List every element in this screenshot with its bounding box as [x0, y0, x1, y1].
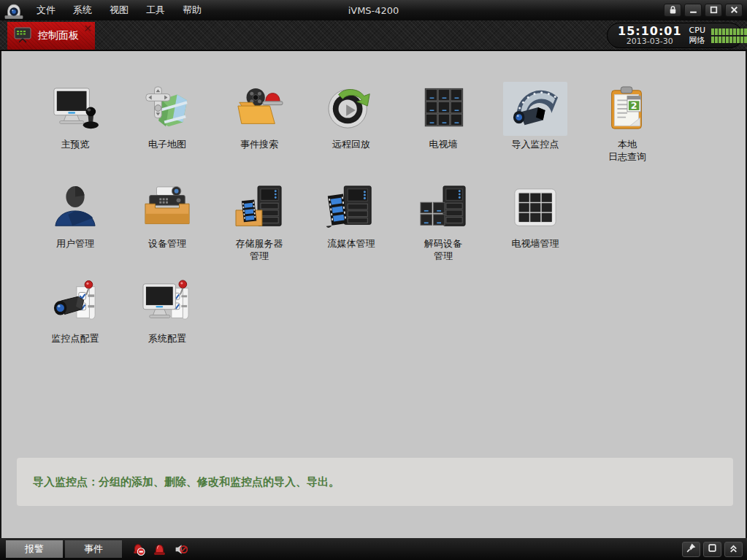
panel-item-label: 导入监控点: [512, 138, 559, 150]
panel-item-tv-wall-management[interactable]: 电视墙管理: [489, 181, 581, 262]
panel-item-label: 本地日志查询: [608, 138, 646, 163]
tab-close-icon[interactable]: ✕: [83, 23, 92, 34]
menu-item-system[interactable]: 系统: [64, 0, 101, 20]
pin-icon: [686, 542, 697, 556]
user-icon: [43, 181, 107, 235]
maximize-icon: [709, 4, 719, 18]
collapse-icon: [728, 542, 739, 556]
panel-item-local-log-search[interactable]: 2本地日志查询: [581, 82, 673, 163]
panel-item-system-configuration[interactable]: 系统配置: [121, 276, 213, 345]
lock-button[interactable]: [664, 4, 681, 17]
dome-camera-icon: [0, 0, 28, 20]
menu-item-view[interactable]: 视图: [101, 0, 137, 20]
siren-icon[interactable]: [152, 542, 166, 556]
panel-item-import-camera[interactable]: 导入监控点: [489, 82, 581, 163]
restore-panel-button[interactable]: [703, 542, 721, 557]
close-icon: [729, 4, 739, 18]
playback-icon: [319, 82, 383, 136]
map-ptz-icon: [135, 82, 199, 136]
menu-bar: 文件系统视图工具帮助: [28, 0, 210, 20]
panel-item-storage-server-management[interactable]: 存储服务器管理: [213, 181, 305, 262]
menu-item-file[interactable]: 文件: [28, 0, 64, 20]
system-config-icon: [135, 276, 199, 330]
panel-item-label: 设备管理: [148, 237, 186, 250]
panel-item-tv-wall[interactable]: 电视墙: [397, 82, 489, 163]
server-film-icon: [319, 181, 383, 235]
panel-item-label: 用户管理: [56, 237, 94, 250]
drawer-device-icon: [135, 181, 199, 235]
close-button[interactable]: [725, 4, 743, 17]
wall-manage-icon: [503, 181, 567, 235]
panel-icon: [707, 542, 718, 556]
icon-row-2: 用户管理设备管理存储服务器管理流媒体管理解码设备管理电视墙管理: [29, 181, 581, 262]
panel-item-label: 主预览: [61, 138, 90, 150]
panel-item-label: 电视墙管理: [512, 237, 559, 250]
menu-item-help[interactable]: 帮助: [174, 0, 210, 20]
panel-item-event-search[interactable]: 事件搜索: [213, 82, 305, 163]
minimize-icon: [689, 4, 698, 18]
panel-item-label: 解码设备管理: [424, 237, 462, 262]
panel-item-camera-configuration[interactable]: 监控点配置: [29, 276, 121, 345]
event-tab[interactable]: 事件: [65, 540, 122, 558]
panel-item-label: 系统配置: [148, 332, 186, 345]
minimize-button[interactable]: [684, 4, 702, 17]
camera-film-fan-icon: [503, 82, 567, 136]
panel-item-main-preview[interactable]: 主预览: [29, 82, 121, 163]
camera-config-icon: [43, 276, 107, 330]
network-label: 网络: [689, 36, 705, 46]
panel-item-remote-playback[interactable]: 远程回放: [305, 82, 397, 163]
alarm-tab-label: 报警: [25, 542, 44, 556]
clock-time: 15:10:01: [618, 25, 682, 37]
panel-item-label: 远程回放: [332, 138, 370, 150]
server-decoder-icon: [411, 181, 475, 235]
folder-film-alarm-icon: [227, 82, 291, 136]
window-controls: [664, 4, 747, 17]
tab-control-panel[interactable]: 控制面板 ✕: [7, 22, 95, 50]
svg-text:2: 2: [631, 100, 637, 111]
tab-bar: 控制面板 ✕ 15:10:01 2013-03-30 CPU 网络: [0, 20, 747, 51]
control-panel-main: 主预览电子地图事件搜索远程回放电视墙导入监控点2本地日志查询 用户管理设备管理存…: [0, 51, 747, 538]
collapse-button[interactable]: [724, 542, 743, 557]
panel-item-label: 监控点配置: [52, 332, 99, 345]
alarm-tab[interactable]: 报警: [6, 540, 63, 558]
icon-row-1: 主预览电子地图事件搜索远程回放电视墙导入监控点2本地日志查询: [29, 82, 673, 163]
event-tab-label: 事件: [84, 542, 103, 556]
menu-item-tools[interactable]: 工具: [137, 0, 174, 20]
network-usage-meter: [711, 37, 747, 43]
panel-item-stream-media-management[interactable]: 流媒体管理: [305, 181, 397, 262]
panel-item-label: 事件搜索: [240, 138, 278, 150]
server-drawer-icon: [227, 181, 291, 235]
clear-alarm-icon[interactable]: [131, 542, 145, 556]
panel-item-user-management[interactable]: 用户管理: [29, 181, 121, 262]
tab-label: 控制面板: [38, 29, 79, 42]
panel-item-device-management[interactable]: 设备管理: [121, 181, 213, 262]
description-panel: 导入监控点：分组的添加、删除、修改和监控点的导入、导出。: [17, 458, 733, 506]
description-text: 导入监控点：分组的添加、删除、修改和监控点的导入、导出。: [17, 475, 340, 489]
audio-mute-icon[interactable]: [173, 542, 188, 556]
panel-item-label: 存储服务器管理: [236, 237, 283, 262]
pin-button[interactable]: [682, 542, 700, 557]
panel-item-e-map[interactable]: 电子地图: [121, 82, 213, 163]
panel-control-buttons: [682, 542, 747, 557]
panel-item-label: 电子地图: [148, 138, 186, 150]
icon-row-3: 监控点配置系统配置: [29, 276, 213, 345]
alarm-control-icons: [131, 542, 188, 556]
monitor-joystick-icon: [43, 82, 107, 136]
panel-item-label: 电视墙: [429, 138, 458, 150]
cpu-label: CPU: [689, 26, 705, 36]
lock-icon: [668, 4, 678, 18]
clock-date: 2013-03-30: [618, 37, 682, 46]
control-panel-icon: [13, 26, 32, 46]
maximize-button[interactable]: [705, 4, 722, 17]
clock-panel: 15:10:01 2013-03-30 CPU 网络: [607, 23, 743, 48]
cpu-usage-meter: [711, 28, 747, 35]
clipboard-log-icon: 2: [595, 82, 659, 136]
status-bar: 报警 事件: [0, 538, 747, 560]
panel-item-label: 流媒体管理: [328, 237, 375, 250]
panel-item-decoding-device-management[interactable]: 解码设备管理: [397, 181, 489, 262]
tv-wall-icon: [411, 82, 475, 136]
title-bar: 文件系统视图工具帮助 iVMS-4200: [0, 0, 747, 20]
